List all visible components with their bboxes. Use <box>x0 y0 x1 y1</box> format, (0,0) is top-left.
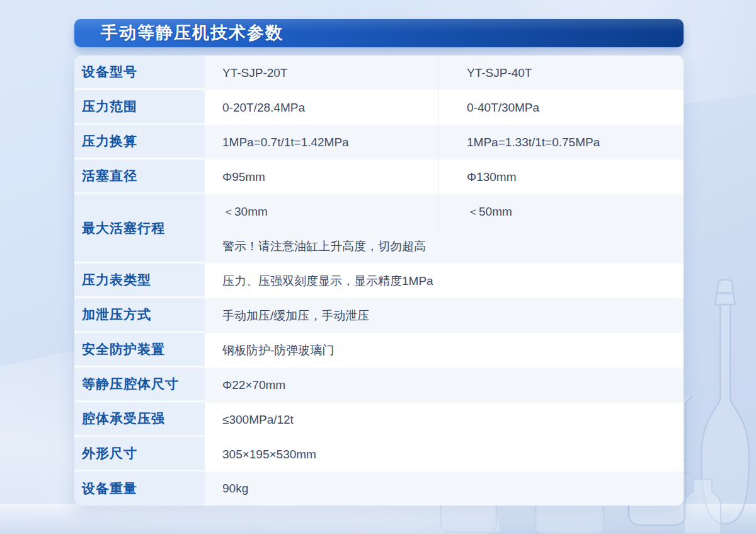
row-label: 压力范围 <box>74 90 205 125</box>
value-pressurize-method: 手动加压/缓加压，手动泄压 <box>205 298 684 333</box>
value-conversion-40t: 1MPa=1.33t/1t=0.75MPa <box>438 125 684 160</box>
row-label: 压力换算 <box>74 125 205 160</box>
table-row-outer-dimensions: 外形尺寸 305×195×530mm <box>74 437 684 472</box>
warning-note: 警示！请注意油缸上升高度，切勿超高 <box>205 229 684 264</box>
row-label: 外形尺寸 <box>74 437 205 472</box>
value-range-40t: 0-40T/30MPa <box>438 90 684 125</box>
table-row-cavity-pressure: 腔体承受压强 ≤300MPa/12t <box>74 402 684 437</box>
table-surface-band <box>0 504 756 534</box>
table-row-device-model: 设备型号 YT-SJP-20T YT-SJP-40T <box>74 55 684 90</box>
row-label: 活塞直径 <box>74 160 205 194</box>
row-label: 等静压腔体尺寸 <box>74 368 205 402</box>
page-title: 手动等静压机技术参数 <box>74 19 284 47</box>
row-label: 安全防护装置 <box>74 333 205 368</box>
table-row-device-weight: 设备重量 90kg <box>74 472 684 506</box>
row-label: 设备重量 <box>74 472 205 506</box>
table-row-safety-guard: 安全防护装置 钢板防护-防弹玻璃门 <box>74 333 684 368</box>
value-model-40t: YT-SJP-40T <box>438 55 684 90</box>
value-cavity-size: Φ22×70mm <box>205 368 684 402</box>
row-label: 最大活塞行程 <box>74 194 205 264</box>
value-outer-dimensions: 305×195×530mm <box>205 437 684 472</box>
value-conversion-20t: 1MPa=0.7t/1t=1.42MPa <box>205 125 438 160</box>
row-label: 腔体承受压强 <box>74 402 205 437</box>
flask-icon <box>701 280 749 525</box>
value-safety-guard: 钢板防护-防弹玻璃门 <box>205 333 684 368</box>
spec-table: 设备型号 YT-SJP-20T YT-SJP-40T 压力范围 0-20T/28… <box>74 55 684 506</box>
table-row-piston-diameter: 活塞直径 Φ95mm Φ130mm <box>74 160 684 194</box>
value-diameter-20t: Φ95mm <box>205 160 438 194</box>
value-cavity-pressure: ≤300MPa/12t <box>205 402 684 437</box>
value-model-20t: YT-SJP-20T <box>205 55 438 90</box>
table-row-pressurize-method: 加泄压方式 手动加压/缓加压，手动泄压 <box>74 298 684 333</box>
value-stroke-20t: ＜30mm <box>205 194 438 229</box>
row-label: 加泄压方式 <box>74 298 205 333</box>
value-gauge-type: 压力、压强双刻度显示，显示精度1MPa <box>205 264 684 298</box>
table-row-max-piston-stroke: 最大活塞行程 ＜30mm ＜50mm 警示！请注意油缸上升高度，切勿超高 <box>74 194 684 264</box>
table-row-pressure-conversion: 压力换算 1MPa=0.7t/1t=1.42MPa 1MPa=1.33t/1t=… <box>74 125 684 160</box>
table-row-pressure-range: 压力范围 0-20T/28.4MPa 0-40T/30MPa <box>74 90 684 125</box>
row-label: 压力表类型 <box>74 264 205 298</box>
table-row-gauge-type: 压力表类型 压力、压强双刻度显示，显示精度1MPa <box>74 264 684 298</box>
value-diameter-40t: Φ130mm <box>438 160 684 194</box>
value-stroke-40t: ＜50mm <box>438 194 684 229</box>
section-title-bar: 手动等静压机技术参数 <box>74 19 684 47</box>
value-device-weight: 90kg <box>205 472 684 506</box>
table-row-cavity-size: 等静压腔体尺寸 Φ22×70mm <box>74 368 684 402</box>
bottle-icon <box>684 479 721 534</box>
value-range-20t: 0-20T/28.4MPa <box>205 90 438 125</box>
row-label: 设备型号 <box>74 55 205 90</box>
